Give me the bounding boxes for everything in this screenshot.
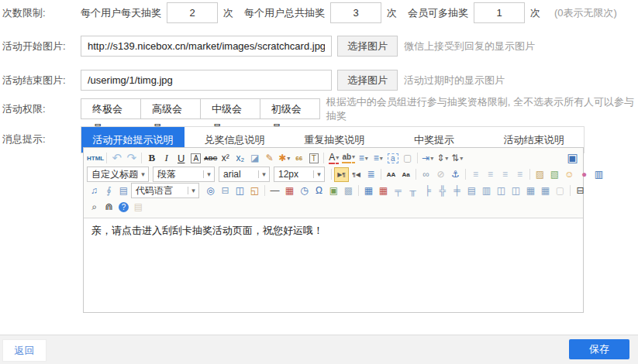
end-image-pick-button[interactable]: 选择图片	[337, 70, 398, 91]
merge-down-icon[interactable]: ╪	[450, 184, 464, 198]
permission-senior-member-button[interactable]: 高级会员	[140, 98, 201, 119]
table-title-icon[interactable]: ╤	[391, 184, 405, 198]
html-source-icon[interactable]: HTML	[87, 151, 104, 166]
char-border-icon[interactable]: A	[188, 151, 203, 166]
unlink-icon[interactable]: ⊘	[433, 167, 448, 182]
blank-doc-icon[interactable]: ▢	[400, 151, 415, 166]
merge-right-icon-glyph: ╬	[439, 185, 446, 196]
superscript-icon[interactable]: x²	[218, 151, 233, 166]
direction-rtl-icon[interactable]: ¶◀	[349, 167, 364, 182]
paragraph-select[interactable]: 段落▾	[153, 167, 215, 182]
page-doc-icon[interactable]: ▢	[553, 184, 567, 198]
limits-note: (0表示无限次)	[554, 6, 617, 20]
pagebreak-icon[interactable]: ⊟	[218, 184, 233, 198]
paste-as-text-icon[interactable]: T	[306, 151, 321, 166]
subscript-icon[interactable]: x₂	[233, 151, 247, 166]
bold-icon[interactable]: B	[144, 151, 159, 166]
anchor-icon[interactable]: ⚓	[448, 167, 463, 182]
italic-icon[interactable]: I	[159, 151, 174, 166]
format-brush-icon[interactable]: ✎	[262, 151, 277, 166]
insert-image-icon[interactable]: ▨	[533, 167, 547, 182]
permission-middle-member-button[interactable]: 中级会员	[200, 98, 260, 119]
insert-code-icon[interactable]: ◎	[203, 184, 218, 198]
eraser-icon[interactable]: ◪	[247, 151, 262, 166]
preview-icon-glyph: ⌕	[91, 201, 97, 212]
insert-table-icon[interactable]: ▦	[361, 184, 376, 198]
indent-icon[interactable]: ⇥▾	[420, 151, 435, 166]
align-left-icon[interactable]: ≡	[468, 167, 483, 182]
merge-cells-icon[interactable]: ▦	[538, 184, 553, 198]
insert-video-icon-glyph: ▥	[595, 169, 603, 180]
pagebreak-icon-glyph: ⊟	[221, 185, 229, 196]
split-cells-icon[interactable]: ▦	[523, 184, 538, 198]
align-justify-icon[interactable]: ≡	[512, 167, 527, 182]
horizontal-rule-icon[interactable]: —	[267, 184, 282, 198]
anchor-ref-icon[interactable]: a	[385, 151, 400, 166]
line-spacing-icon[interactable]: ⇕▾	[435, 151, 450, 166]
fullscreen-icon[interactable]: ▣	[565, 151, 580, 166]
paragraph-format-icon[interactable]: ≣	[364, 167, 378, 182]
insert-time-icon[interactable]: ◷	[297, 184, 312, 198]
music-icon[interactable]: ♫	[87, 184, 102, 198]
font-color-icon[interactable]: A▾	[326, 151, 341, 166]
delete-col-icon[interactable]: ▥	[479, 184, 494, 198]
underline-icon[interactable]: U	[174, 151, 188, 166]
insert-col-icon[interactable]: ╞	[420, 184, 435, 198]
paste-icon[interactable]: ▤	[131, 200, 146, 215]
insert-video-icon[interactable]: ▥	[591, 167, 606, 182]
save-button[interactable]: 保存	[569, 339, 629, 359]
per-day-input[interactable]	[167, 2, 218, 23]
unordered-list-icon[interactable]: ≡▾	[371, 151, 385, 166]
chevron-down-icon: ▾	[188, 187, 198, 194]
merge-right-icon[interactable]: ╬	[435, 184, 450, 198]
link-icon[interactable]: ∞	[419, 167, 433, 182]
undo-icon[interactable]: ↶	[109, 151, 124, 166]
snapscreen-image-icon[interactable]: ▧	[547, 167, 562, 182]
print-icon[interactable]: ⊟	[573, 184, 588, 198]
rich-media-icon[interactable]: ▣	[326, 184, 341, 198]
delete-row-icon[interactable]: ▤	[464, 184, 479, 198]
map-icon[interactable]: ▩	[341, 184, 356, 198]
screenshot-icon[interactable]: ◱	[247, 184, 262, 198]
start-image-pick-button[interactable]: 选择图片	[337, 36, 398, 57]
help-icon[interactable]: ?	[116, 200, 131, 215]
font-family-select[interactable]: arial▾	[219, 167, 270, 182]
insert-doc-icon[interactable]: ▤	[116, 184, 131, 198]
attachment-icon[interactable]: ∮	[102, 184, 116, 198]
back-button[interactable]: 返回	[2, 339, 47, 362]
blockquote-icon[interactable]: 66	[291, 151, 306, 166]
delete-table-icon[interactable]: ▦	[376, 184, 391, 198]
end-image-input[interactable]	[81, 70, 332, 91]
paragraph-spacing-icon[interactable]: ⇅▾	[450, 151, 464, 166]
insert-date-icon[interactable]: ▦	[282, 184, 297, 198]
strikethrough-icon[interactable]: ABC	[203, 151, 218, 166]
editor-content[interactable]: 亲，请点击进入刮刮卡抽奖活动页面，祝您好运哦！	[84, 218, 583, 321]
columns-icon[interactable]: ◫	[233, 184, 247, 198]
member-extra-input[interactable]	[474, 2, 525, 23]
ordered-list-icon[interactable]: ≡▾	[356, 151, 371, 166]
align-right-icon[interactable]: ≡	[498, 167, 512, 182]
font-size-select[interactable]: 12px▾	[274, 167, 325, 182]
emotion-icon[interactable]: ☺	[562, 167, 577, 182]
direction-ltr-icon[interactable]: ▶¶	[334, 167, 349, 182]
permission-junior-member-button[interactable]: 初级会员	[260, 98, 320, 119]
total-input[interactable]	[330, 2, 381, 23]
permission-ultimate-member-button[interactable]: 终极会员	[81, 98, 141, 119]
toolbar-row-4: ⌕⋒?▤	[87, 199, 580, 215]
special-chars-icon[interactable]: Ω	[312, 184, 326, 198]
start-image-input[interactable]	[81, 36, 332, 57]
scrawl-palette-icon[interactable]: ●	[577, 167, 591, 182]
highlight-color-icon[interactable]: ab▾	[341, 151, 356, 166]
preview-icon[interactable]: ⌕	[87, 200, 102, 215]
to-lowercase-icon[interactable]: Aa	[398, 167, 413, 182]
to-uppercase-icon[interactable]: AA	[384, 167, 398, 182]
insert-row-icon[interactable]: ╥	[405, 184, 420, 198]
find-replace-icon[interactable]: ⋒	[102, 200, 116, 215]
align-center-icon[interactable]: ≡	[483, 167, 498, 182]
auto-typeset-icon[interactable]: ✱▾	[277, 151, 291, 166]
code-language-select[interactable]: 代码语言▾	[131, 183, 199, 198]
custom-title-select[interactable]: 自定义标题▾	[87, 167, 149, 182]
redo-icon[interactable]: ↷	[124, 151, 139, 166]
split-cols-icon[interactable]: ◫	[509, 184, 523, 198]
split-rows-icon[interactable]: ◫	[494, 184, 509, 198]
